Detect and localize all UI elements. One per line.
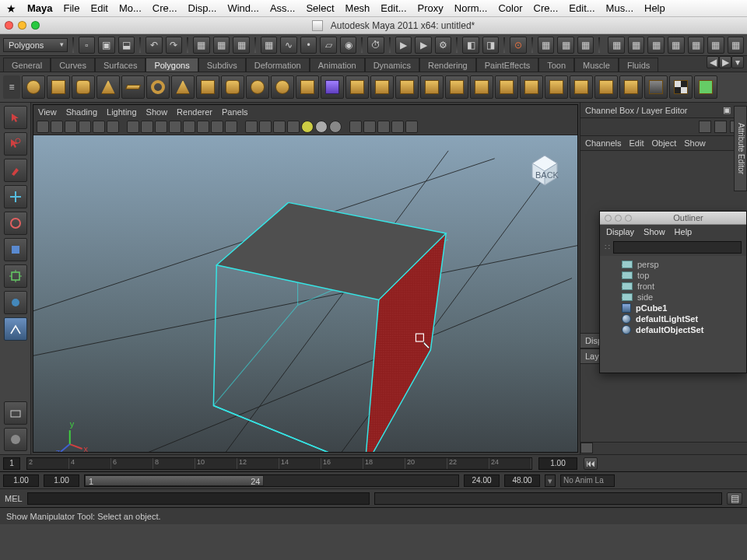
layout-icon[interactable]: ▦ bbox=[628, 37, 645, 54]
snap-plane-icon[interactable]: ▱ bbox=[320, 37, 337, 54]
scale-tool[interactable] bbox=[4, 238, 27, 261]
vp-light-icon[interactable] bbox=[315, 121, 328, 133]
poly-tool-icon[interactable] bbox=[520, 75, 543, 99]
vp-icon[interactable] bbox=[377, 121, 390, 133]
range-track[interactable]: 1 24 bbox=[84, 474, 459, 487]
poly-soccer-icon[interactable] bbox=[271, 75, 294, 99]
move-tool[interactable] bbox=[4, 185, 27, 208]
outliner-menu-display[interactable]: Display bbox=[606, 227, 634, 236]
poly-tool-icon[interactable] bbox=[470, 75, 493, 99]
outliner-item-defaultlightset[interactable]: defaultLightSet bbox=[600, 313, 746, 324]
vp-icon[interactable] bbox=[155, 121, 167, 133]
outliner-titlebar[interactable]: Outliner bbox=[600, 212, 746, 225]
vp-menu-view[interactable]: View bbox=[38, 107, 57, 117]
vp-icon[interactable] bbox=[141, 121, 153, 133]
lasso-tool[interactable] bbox=[4, 132, 27, 156]
save-scene-icon[interactable]: ⬓ bbox=[118, 37, 135, 54]
mac-menu-item[interactable]: Disp... bbox=[188, 2, 217, 14]
outliner-item-front[interactable]: front bbox=[600, 281, 746, 292]
shelf-tab-subdivs[interactable]: Subdivs bbox=[198, 58, 246, 72]
viewport-3d[interactable]: y x z BACK bbox=[33, 135, 577, 452]
shelf-scroll-left-icon[interactable]: ◀ bbox=[707, 56, 719, 68]
snap-live-icon[interactable]: ◉ bbox=[340, 37, 357, 54]
history-icon[interactable]: ⏱ bbox=[367, 37, 384, 54]
poly-platonic-icon[interactable] bbox=[296, 75, 319, 99]
vp-icon[interactable] bbox=[405, 121, 418, 133]
vp-icon[interactable] bbox=[79, 121, 91, 133]
outliner-item-side[interactable]: side bbox=[600, 292, 746, 303]
time-current-frame[interactable]: 1.00 bbox=[538, 457, 577, 470]
render-icon[interactable]: ▶ bbox=[395, 37, 412, 54]
poly-tool-icon[interactable] bbox=[495, 75, 518, 99]
vp-light-icon[interactable] bbox=[301, 121, 314, 133]
apple-icon[interactable]: ★ bbox=[6, 2, 16, 15]
shelf-menu-icon[interactable]: ▾ bbox=[731, 56, 744, 68]
mac-menu-item[interactable]: Edit... bbox=[569, 2, 594, 14]
range-menu-icon[interactable]: ▾ bbox=[545, 474, 556, 487]
vp-icon[interactable] bbox=[127, 121, 139, 133]
outliner-item-persp[interactable]: persp bbox=[600, 259, 746, 270]
undo-icon[interactable]: ↶ bbox=[146, 37, 163, 54]
poly-prism-icon[interactable] bbox=[171, 75, 195, 99]
cb-menu-object[interactable]: Object bbox=[651, 138, 676, 148]
mac-menubar[interactable]: ★ Maya File Edit Mo... Cre... Disp... Wi… bbox=[0, 0, 747, 17]
cb-icon[interactable] bbox=[699, 121, 711, 133]
mac-app-name[interactable]: Maya bbox=[27, 2, 53, 14]
vp-icon[interactable] bbox=[391, 121, 404, 133]
command-line-lang[interactable]: MEL bbox=[5, 494, 23, 503]
redo-icon[interactable]: ↷ bbox=[166, 37, 183, 54]
poly-tool-icon[interactable] bbox=[669, 75, 693, 99]
poly-cone-icon[interactable] bbox=[96, 75, 120, 99]
outliner-item-defaultobjectset[interactable]: defaultObjectSet bbox=[600, 324, 746, 335]
mac-menu-item[interactable]: Wind... bbox=[227, 2, 258, 14]
mac-menu-item[interactable]: Norm... bbox=[454, 2, 488, 14]
mac-menu-item[interactable]: Edit bbox=[90, 2, 107, 14]
select-component-icon[interactable]: ▦ bbox=[233, 37, 250, 54]
vp-icon[interactable] bbox=[169, 121, 181, 133]
select-object-icon[interactable]: ▦ bbox=[213, 37, 230, 54]
mac-menu-item[interactable]: Mesh bbox=[345, 2, 370, 14]
anim-layer-field[interactable]: No Anim La bbox=[560, 474, 615, 487]
vp-light-icon[interactable] bbox=[329, 121, 342, 133]
script-editor-icon[interactable]: ▤ bbox=[727, 492, 742, 505]
shelf-options-icon[interactable]: ≡ bbox=[3, 75, 20, 99]
minimize-icon[interactable] bbox=[18, 21, 26, 30]
xray-icon[interactable]: ▦ bbox=[557, 37, 574, 54]
layout-icon[interactable]: ▦ bbox=[668, 37, 685, 54]
vp-icon[interactable] bbox=[363, 121, 376, 133]
poly-tool-icon[interactable] bbox=[445, 75, 468, 99]
anim-end-input[interactable] bbox=[464, 474, 500, 487]
layout-icon[interactable]: ▦ bbox=[647, 37, 665, 54]
vp-menu-renderer[interactable]: Renderer bbox=[177, 107, 212, 117]
paint-select-tool[interactable] bbox=[4, 159, 27, 182]
shelf-tab-polygons[interactable]: Polygons bbox=[146, 58, 198, 72]
poly-tool-icon[interactable] bbox=[570, 75, 593, 99]
poly-torus-icon[interactable] bbox=[146, 75, 170, 99]
xray-icon[interactable]: ▦ bbox=[538, 37, 555, 54]
shelf-tab-general[interactable]: General bbox=[3, 58, 51, 72]
mac-menu-item[interactable]: Ass... bbox=[270, 2, 296, 14]
window-titlebar[interactable]: Autodesk Maya 2011 x64: untitled* bbox=[0, 17, 747, 34]
single-perspective-layout[interactable] bbox=[4, 401, 27, 425]
vp-menu-lighting[interactable]: Lighting bbox=[107, 107, 137, 117]
outliner-item-pcube1[interactable]: pCube1 bbox=[600, 303, 746, 313]
toggle-icon[interactable]: ◧ bbox=[462, 37, 479, 54]
vp-icon[interactable] bbox=[259, 121, 272, 133]
outliner-search-input[interactable] bbox=[613, 241, 742, 254]
shelf-tab-muscle[interactable]: Muscle bbox=[574, 58, 619, 72]
snap-curve-icon[interactable]: ∿ bbox=[280, 37, 297, 54]
outliner-list[interactable]: persp top front side pCube1 defaultLight… bbox=[600, 256, 746, 373]
poly-tool-icon[interactable] bbox=[345, 75, 369, 99]
go-to-start-icon[interactable]: ⏮ bbox=[584, 457, 598, 470]
new-scene-icon[interactable]: ▫ bbox=[79, 37, 96, 54]
shelf-tab-fluids[interactable]: Fluids bbox=[619, 58, 658, 72]
soft-select-tool[interactable] bbox=[4, 291, 27, 314]
time-ticks[interactable]: 2 4 6 8 10 12 14 16 18 20 22 24 bbox=[26, 457, 532, 470]
mac-menu-item[interactable]: Mo... bbox=[119, 2, 142, 14]
range-end-input[interactable] bbox=[504, 474, 540, 487]
outliner-menu-help[interactable]: Help bbox=[675, 227, 693, 236]
traffic-lights[interactable] bbox=[5, 21, 40, 30]
zoom-icon[interactable] bbox=[31, 21, 40, 30]
rotate-tool[interactable] bbox=[4, 212, 27, 235]
render-settings-icon[interactable]: ⚙ bbox=[435, 37, 452, 54]
